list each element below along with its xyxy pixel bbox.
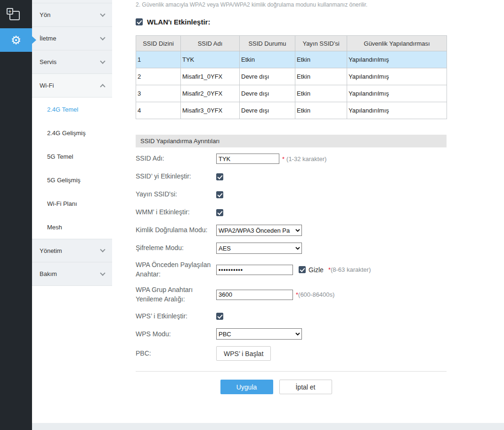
encryption-mode-select[interactable]: AES — [216, 243, 302, 254]
nav-item-bakim[interactable]: Bakım — [32, 262, 112, 286]
cutoff-nav-item — [32, 0, 112, 3]
gear-icon: ⚙ — [11, 34, 21, 46]
subnav-item-24g-temel[interactable]: 2.4G Temel — [32, 97, 112, 121]
table-row[interactable]: 1 TYK Etkin Etkin Yapılandırılmış — [136, 51, 447, 68]
wifi-submenu: 2.4G Temel 2.4G Gelişmiş 5G Temel 5G Gel… — [32, 97, 112, 239]
field-hint: (1-32 karakter) — [286, 155, 326, 162]
section-title: SSID Yapılandırma Ayrıntıları — [136, 135, 447, 147]
nav-item-wifi[interactable]: Wi-Fi — [32, 74, 112, 97]
wpa-psk-input[interactable] — [216, 265, 293, 275]
field-wpa-interval: WPA Grup Anahtarı Yenileme Aralığı: * (6… — [136, 285, 447, 304]
table-cell: 1 — [136, 51, 181, 68]
home-button[interactable]: + — [7, 8, 21, 21]
chevron-down-icon — [100, 11, 105, 16]
subnav-item-mesh[interactable]: Mesh — [32, 215, 112, 239]
field-enable-ssid: SSID’ yi Etkinleştir: — [136, 171, 447, 182]
apply-button[interactable]: Uygula — [220, 380, 273, 394]
table-row[interactable]: 4 Misafir3_0YFX Devre dışı Etkin Yapılan… — [136, 102, 447, 119]
field-label: WPS Modu: — [136, 330, 216, 339]
ssid-name-input[interactable] — [216, 154, 279, 164]
form-actions: Uygula İptal et — [121, 380, 431, 403]
wps-mode-select[interactable]: PBC — [216, 328, 302, 340]
field-label: WPA Grup Anahtarı Yenileme Aralığı: — [136, 285, 216, 304]
table-cell: 3 — [136, 85, 181, 102]
table-cell: Etkin — [295, 102, 347, 119]
subnav-item-24g-gelismis[interactable]: 2.4G Gelişmiş — [32, 121, 112, 145]
nav-item-label: Servis — [40, 58, 57, 65]
subnav-item-5g-gelismis[interactable]: 5G Gelişmiş — [32, 168, 112, 192]
table-cell: Yapılandırılmış — [347, 102, 447, 119]
field-label: Kimlik Doğrulama Modu: — [136, 226, 216, 235]
field-ssid-name: SSID Adı: * (1-32 karakter) — [136, 153, 447, 164]
column-header: Yayın SSID'si — [295, 36, 347, 51]
column-header: SSID Adı — [181, 36, 240, 51]
auth-mode-select[interactable]: WPA2/WPA3 Önceden Pa — [216, 225, 302, 236]
field-pbc: PBC: WPS’ i Başlat — [136, 346, 447, 361]
start-wps-button[interactable]: WPS’ i Başlat — [216, 346, 271, 361]
field-label: Yayın SSID'si: — [136, 190, 216, 199]
add-window-icon: + — [7, 8, 13, 15]
table-cell: TYK — [181, 51, 240, 68]
field-wpa-psk: WPA Önceden Paylaşılan Anahtar: Gizle * … — [136, 260, 447, 279]
table-cell: Devre dışı — [240, 68, 295, 85]
field-label: WPS’ i Etkinleştir: — [136, 312, 216, 321]
column-header: Güvenlik Yapılandırması — [347, 36, 447, 51]
field-label: WMM’ i Etkinleştir: — [136, 208, 216, 217]
table-cell: 2 — [136, 68, 181, 85]
table-row[interactable]: 3 Misafir2_0YFX Devre dışı Etkin Yapılan… — [136, 85, 447, 102]
enable-wlan-checkbox[interactable] — [136, 18, 143, 25]
field-hint: (600-86400s) — [298, 291, 334, 298]
nav-item-label: Bakım — [40, 270, 57, 277]
field-label: Şifreleme Modu: — [136, 243, 216, 253]
field-hint: (8-63 karakter) — [331, 266, 371, 273]
enable-wps-checkbox[interactable] — [216, 313, 223, 320]
icon-rail: + ⚙ — [0, 0, 32, 430]
field-label: WPA Önceden Paylaşılan Anahtar: — [136, 260, 216, 279]
field-label: SSID’ yi Etkinleştir: — [136, 172, 216, 181]
security-hint-text: 2. Güvenlik amacıyla WPA2 veya WPA/WPA2 … — [136, 0, 447, 8]
table-cell: Misafir1_0YFX — [181, 68, 240, 85]
enable-wlan-row: WLAN'ı Etkinleştir: — [136, 18, 447, 26]
enable-wmm-checkbox[interactable] — [216, 209, 223, 216]
subnav-item-5g-temel[interactable]: 5G Temel — [32, 145, 112, 168]
hide-password-label: Gizle — [309, 266, 324, 274]
nav-item-yonetim[interactable]: Yönetim — [32, 239, 112, 262]
settings-nav-button[interactable]: ⚙ — [0, 28, 32, 52]
active-pointer-icon — [32, 36, 36, 44]
subnav-item-wifi-plani[interactable]: Wi-Fi Planı — [32, 192, 112, 215]
chevron-up-icon — [100, 84, 105, 89]
field-encrypt-mode: Şifreleme Modu: AES — [136, 243, 447, 254]
nav-item-servis[interactable]: Servis — [32, 50, 112, 74]
table-cell: Yapılandırılmış — [347, 85, 447, 102]
field-label: PBC: — [136, 349, 216, 358]
table-cell: Yapılandırılmış — [347, 51, 447, 68]
required-asterisk: * — [282, 155, 285, 162]
column-header: SSID Dizini — [136, 36, 181, 51]
nav-item-label: Wi-Fi — [40, 82, 54, 89]
enable-ssid-checkbox[interactable] — [216, 173, 223, 180]
table-cell: Devre dışı — [240, 102, 295, 119]
field-wps-mode: WPS Modu: PBC — [136, 328, 447, 340]
broadcast-ssid-checkbox[interactable] — [216, 191, 223, 198]
nav-item-yon[interactable]: Yön — [32, 3, 112, 27]
table-cell: Yapılandırılmış — [347, 68, 447, 85]
table-cell: Etkin — [295, 85, 347, 102]
ssid-details-form: SSID Adı: * (1-32 karakter) SSID’ yi Etk… — [136, 153, 447, 361]
table-cell: Misafir3_0YFX — [181, 102, 240, 119]
nav-item-iletme[interactable]: İletme — [32, 27, 112, 50]
table-header-row: SSID Dizini SSID Adı SSID Durumu Yayın S… — [136, 36, 447, 51]
table-cell: Devre dışı — [240, 85, 295, 102]
ssid-table: SSID Dizini SSID Adı SSID Durumu Yayın S… — [136, 35, 447, 119]
field-auth-mode: Kimlik Doğrulama Modu: WPA2/WPA3 Önceden… — [136, 225, 447, 236]
form-divider — [136, 371, 447, 372]
table-row[interactable]: 2 Misafir1_0YFX Devre dışı Etkin Yapılan… — [136, 68, 447, 85]
nav-item-label: Yönetim — [40, 247, 62, 254]
cancel-button[interactable]: İptal et — [279, 380, 332, 394]
router-admin-page: + ⚙ Yön İletme Servis Wi-Fi 2.4G Temel 2… — [0, 0, 504, 430]
field-broadcast-ssid: Yayın SSID'si: — [136, 189, 447, 200]
hide-password-checkbox[interactable] — [299, 266, 306, 273]
wpa-interval-input[interactable] — [216, 290, 293, 300]
column-header: SSID Durumu — [240, 36, 295, 51]
table-cell: Etkin — [240, 51, 295, 68]
table-cell: 4 — [136, 102, 181, 119]
